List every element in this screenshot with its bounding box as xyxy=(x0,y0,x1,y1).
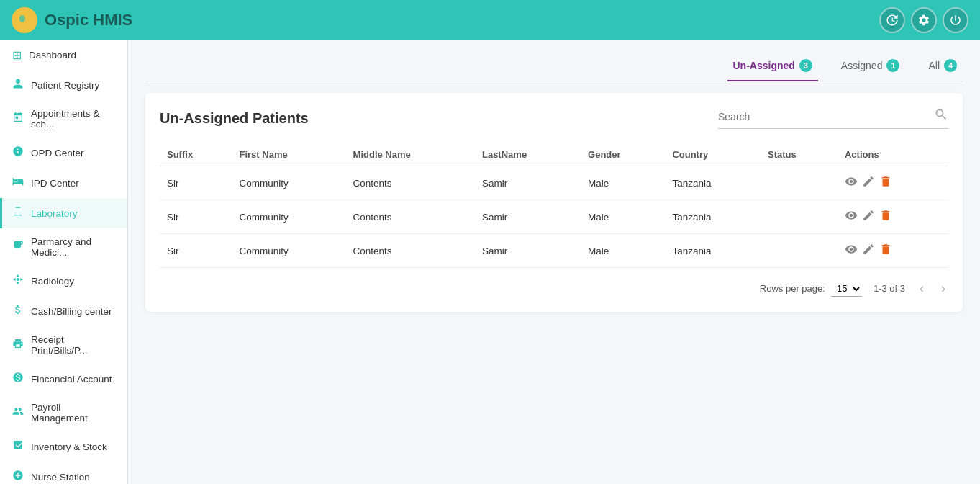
next-page-button[interactable]: › xyxy=(938,279,948,297)
sidebar-item-pharmacy[interactable]: Parmarcy and Medici... xyxy=(0,228,127,266)
cell-gender: Male xyxy=(581,166,665,200)
delete-button[interactable] xyxy=(879,175,892,191)
cell-suffix: Sir xyxy=(160,234,232,268)
history-button[interactable] xyxy=(879,7,905,33)
power-button[interactable] xyxy=(943,7,968,33)
content-box: Un-Assigned Patients Suffix First Name M… xyxy=(145,93,963,312)
patient-registry-icon xyxy=(12,78,24,92)
table-row: Sir Community Contents Samir Male Tanzan… xyxy=(160,166,948,200)
rows-per-page-select[interactable]: 15 25 50 xyxy=(831,281,862,297)
delete-button[interactable] xyxy=(879,243,892,259)
app-title: Ospic HMIS xyxy=(45,11,132,30)
cell-country: Tanzania xyxy=(665,200,761,234)
tab-all[interactable]: All 4 xyxy=(922,55,963,81)
cell-first-name: Community xyxy=(232,200,346,234)
edit-button[interactable] xyxy=(862,243,875,259)
all-badge: 4 xyxy=(944,59,957,72)
cell-status xyxy=(761,166,838,200)
col-status: Status xyxy=(761,143,838,166)
sidebar-item-laboratory[interactable]: Laboratory xyxy=(0,198,127,228)
table-row: Sir Community Contents Samir Male Tanzan… xyxy=(160,234,948,268)
sidebar-item-ipd[interactable]: IPD Center xyxy=(0,168,127,198)
sidebar-item-cash-billing[interactable]: Cash/Billing center xyxy=(0,296,127,326)
tabs-row: Un-Assigned 3 Assigned 1 All 4 xyxy=(145,55,963,81)
cash-billing-icon xyxy=(12,304,24,318)
view-button[interactable] xyxy=(845,209,858,225)
col-actions: Actions xyxy=(838,143,948,166)
sidebar-item-financial[interactable]: Fincancial Account xyxy=(0,364,127,394)
page-title: Un-Assigned Patients xyxy=(160,110,309,127)
sidebar-item-nurse-station[interactable]: Nurse Station xyxy=(0,462,127,484)
cell-middle-name: Contents xyxy=(346,234,475,268)
patients-table: Suffix First Name Middle Name LastName G… xyxy=(160,143,948,268)
financial-icon xyxy=(12,372,24,386)
svg-point-2 xyxy=(17,278,19,281)
sidebar-item-payroll[interactable]: Payroll Management xyxy=(0,394,127,431)
receipt-print-icon xyxy=(12,338,24,352)
edit-button[interactable] xyxy=(862,175,875,191)
search-input[interactable] xyxy=(718,111,930,122)
cell-first-name: Community xyxy=(232,234,346,268)
view-button[interactable] xyxy=(845,243,858,259)
pagination-row: Rows per page: 15 25 50 1-3 of 3 ‹ › xyxy=(160,279,948,297)
appointments-icon xyxy=(12,112,24,126)
col-country: Country xyxy=(665,143,761,166)
layout: ⊞ Dashboard Patient Registry Appointment… xyxy=(0,40,980,484)
assigned-badge: 1 xyxy=(886,59,899,72)
sidebar-item-inventory[interactable]: Inventory & Stock xyxy=(0,431,127,462)
cell-status xyxy=(761,200,838,234)
header-actions xyxy=(879,7,968,33)
settings-button[interactable] xyxy=(911,7,937,33)
unassigned-badge: 3 xyxy=(799,59,812,72)
main-content: Un-Assigned 3 Assigned 1 All 4 Un-Assign… xyxy=(128,40,980,484)
col-suffix: Suffix xyxy=(160,143,232,166)
sidebar-item-opd[interactable]: OPD Center xyxy=(0,138,127,168)
laboratory-icon xyxy=(12,206,24,220)
cell-actions xyxy=(838,234,948,268)
content-header: Un-Assigned Patients xyxy=(160,107,948,129)
cell-status xyxy=(761,234,838,268)
search-icon xyxy=(934,107,948,125)
tab-assigned[interactable]: Assigned 1 xyxy=(835,55,906,81)
tab-unassigned[interactable]: Un-Assigned 3 xyxy=(727,55,818,81)
cell-middle-name: Contents xyxy=(346,200,475,234)
col-gender: Gender xyxy=(581,143,665,166)
sidebar-item-dashboard[interactable]: ⊞ Dashboard xyxy=(0,40,127,70)
dashboard-icon: ⊞ xyxy=(12,48,22,62)
svg-point-1 xyxy=(19,15,25,22)
delete-button[interactable] xyxy=(879,209,892,225)
cell-actions xyxy=(838,166,948,200)
rows-per-page: Rows per page: 15 25 50 xyxy=(760,281,862,297)
cell-country: Tanzania xyxy=(665,166,761,200)
sidebar-item-appointments[interactable]: Appointments & sch... xyxy=(0,100,127,138)
cell-gender: Male xyxy=(581,234,665,268)
edit-button[interactable] xyxy=(862,209,875,225)
cell-last-name: Samir xyxy=(475,200,581,234)
nurse-station-icon xyxy=(12,470,24,484)
col-last-name: LastName xyxy=(475,143,581,166)
table-row: Sir Community Contents Samir Male Tanzan… xyxy=(160,200,948,234)
cell-suffix: Sir xyxy=(160,200,232,234)
logo-icon xyxy=(12,7,37,33)
search-box xyxy=(718,107,948,129)
sidebar-item-patient-registry[interactable]: Patient Registry xyxy=(0,70,127,100)
sidebar: ⊞ Dashboard Patient Registry Appointment… xyxy=(0,40,128,484)
cell-actions xyxy=(838,200,948,234)
sidebar-item-radiology[interactable]: Radiology xyxy=(0,266,127,296)
header: Ospic HMIS xyxy=(0,0,980,40)
pharmacy-icon xyxy=(12,240,24,254)
ipd-icon xyxy=(12,176,24,190)
radiology-icon xyxy=(12,274,24,288)
pagination-info: 1-3 of 3 xyxy=(874,283,905,294)
col-middle-name: Middle Name xyxy=(346,143,475,166)
cell-first-name: Community xyxy=(232,166,346,200)
inventory-icon xyxy=(12,439,24,454)
cell-last-name: Samir xyxy=(475,166,581,200)
header-left: Ospic HMIS xyxy=(12,7,132,33)
prev-page-button[interactable]: ‹ xyxy=(917,279,927,297)
sidebar-item-receipt-print[interactable]: Receipt Print/Bills/P... xyxy=(0,326,127,364)
col-first-name: First Name xyxy=(232,143,346,166)
view-button[interactable] xyxy=(845,175,858,191)
opd-icon xyxy=(12,145,24,160)
payroll-icon xyxy=(12,405,24,420)
